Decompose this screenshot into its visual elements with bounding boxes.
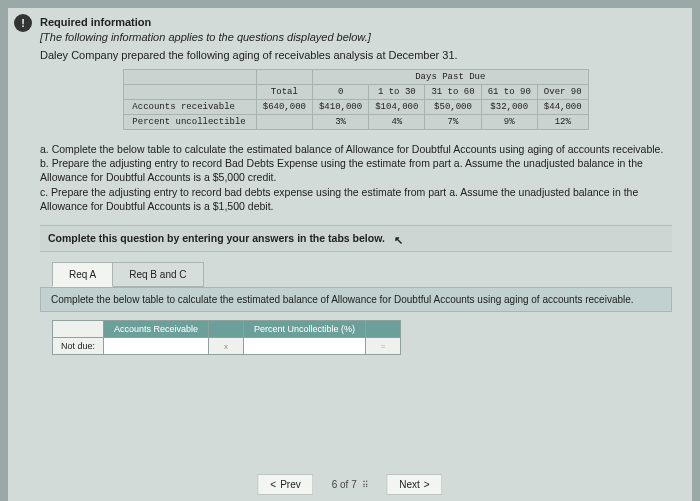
sub-instruction: Complete the below table to calculate th…	[40, 287, 672, 312]
multiply-icon: x	[224, 342, 228, 351]
chevron-left-icon: <	[270, 479, 276, 490]
equals-icon: =	[381, 342, 386, 351]
col-61-90: 61 to 90	[481, 85, 537, 100]
col-31-60: 31 to 60	[425, 85, 481, 100]
tab-req-b-c[interactable]: Req B and C	[113, 262, 203, 287]
prev-button[interactable]: < Prev	[257, 474, 313, 495]
page-counter: 6 of 7	[332, 479, 357, 490]
days-past-due-header: Days Past Due	[312, 70, 588, 85]
col-0: 0	[312, 85, 368, 100]
table-row: Percent uncollectible 3% 4% 7% 9% 12%	[124, 115, 588, 130]
cursor-icon: ↖	[394, 234, 403, 247]
answer-col-accounts: Accounts Receivable	[104, 320, 209, 337]
prev-label: Prev	[280, 479, 301, 490]
task-c: c. Prepare the adjusting entry to record…	[40, 185, 672, 213]
col-total: Total	[256, 85, 312, 100]
accounts-receivable-input[interactable]	[104, 337, 209, 354]
percent-uncollectible-input[interactable]	[244, 337, 366, 354]
row-not-due-label: Not due:	[53, 337, 104, 354]
info-icon: !	[14, 14, 32, 32]
next-button[interactable]: Next >	[386, 474, 442, 495]
required-info-heading: Required information	[40, 16, 672, 28]
applies-note: [The following information applies to th…	[40, 31, 672, 43]
col-over-90: Over 90	[537, 85, 588, 100]
pager: < Prev 6 of 7 ⠿ Next >	[257, 474, 442, 495]
aging-table: Days Past Due Total 0 1 to 30 31 to 60 6…	[123, 69, 588, 130]
tabs-instruction: Complete this question by entering your …	[48, 232, 385, 244]
intro-text: Daley Company prepared the following agi…	[40, 49, 672, 61]
col-1-30: 1 to 30	[369, 85, 425, 100]
next-label: Next	[399, 479, 420, 490]
table-row: Accounts receivable $640,000 $410,000 $1…	[124, 100, 588, 115]
task-b: b. Prepare the adjusting entry to record…	[40, 156, 672, 184]
grid-icon[interactable]: ⠿	[362, 480, 368, 490]
tab-req-a[interactable]: Req A	[52, 262, 113, 287]
chevron-right-icon: >	[424, 479, 430, 490]
answer-col-percent: Percent Uncollectible (%)	[244, 320, 366, 337]
answer-table: Accounts Receivable Percent Uncollectibl…	[52, 320, 401, 355]
task-a: a. Complete the below table to calculate…	[40, 142, 672, 156]
